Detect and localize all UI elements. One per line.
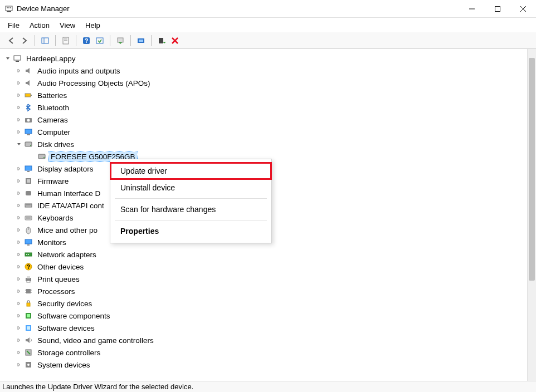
svg-point-4 — [10, 7, 11, 8]
chevron-right-icon[interactable] — [14, 250, 23, 259]
chevron-right-icon[interactable] — [14, 348, 23, 357]
menu-scan-hardware[interactable]: Scan for hardware changes — [110, 201, 271, 218]
menu-file[interactable]: File — [3, 20, 24, 31]
audio-icon — [23, 66, 33, 76]
chevron-right-icon[interactable] — [14, 177, 23, 185]
content-area: HardeepLappyAudio inputs and outputsAudi… — [0, 49, 536, 381]
tree-node[interactable]: Bluetooth — [1, 101, 527, 114]
show-hide-tree-button[interactable] — [38, 34, 52, 47]
tree-node[interactable]: Disk drives — [1, 138, 527, 150]
titlebar: Device Manager — [0, 0, 536, 18]
svg-point-50 — [26, 254, 27, 255]
tree-node[interactable]: Print queues — [1, 273, 527, 285]
menu-view[interactable]: View — [55, 20, 80, 31]
status-text: Launches the Update Driver Wizard for th… — [2, 383, 193, 391]
vertical-scrollbar[interactable] — [527, 49, 536, 381]
tree-node-label: Audio Processing Objects (APOs) — [36, 79, 152, 88]
chevron-right-icon[interactable] — [14, 238, 23, 247]
action-button[interactable] — [93, 34, 106, 47]
svg-rect-36 — [27, 171, 30, 172]
tree-node-label: HardeepLappy — [25, 54, 77, 63]
tree-node[interactable]: Security devices — [1, 297, 527, 310]
uninstall-button[interactable] — [134, 34, 148, 47]
svg-point-34 — [43, 157, 45, 158]
tree-node[interactable]: Software devices — [1, 322, 527, 334]
menu-uninstall-device[interactable]: Uninstall device — [110, 179, 271, 196]
svg-rect-23 — [14, 56, 21, 60]
svg-rect-25 — [25, 94, 31, 97]
forward-button[interactable] — [18, 34, 31, 47]
chevron-down-icon[interactable] — [14, 140, 23, 149]
svg-rect-62 — [27, 303, 30, 306]
tree-node[interactable]: Cameras — [1, 114, 527, 126]
window-controls — [459, 0, 536, 18]
chevron-right-icon[interactable] — [14, 201, 23, 210]
back-button[interactable] — [4, 34, 18, 47]
tree-node[interactable]: Audio inputs and outputs — [1, 65, 527, 77]
statusbar: Launches the Update Driver Wizard for th… — [0, 381, 536, 392]
chevron-right-icon[interactable] — [14, 311, 23, 320]
chevron-right-icon[interactable] — [14, 128, 23, 136]
tree-node[interactable]: Processors — [1, 285, 527, 297]
tree-node-label: Network adapters — [36, 250, 98, 259]
chevron-right-icon[interactable] — [14, 336, 23, 345]
chevron-right-icon[interactable] — [14, 103, 23, 112]
chevron-right-icon[interactable] — [14, 79, 23, 87]
tree-node-label: Mice and other po — [36, 226, 99, 235]
chevron-right-icon[interactable] — [14, 66, 23, 75]
tree-node-label: Human Interface D — [36, 189, 102, 198]
menu-update-driver[interactable]: Update driver — [110, 163, 271, 179]
chevron-right-icon[interactable] — [14, 360, 23, 369]
chevron-right-icon[interactable] — [14, 213, 23, 222]
maximize-button[interactable] — [485, 0, 510, 18]
tree-node-label: Processors — [36, 287, 77, 296]
tree-node-label: Security devices — [36, 299, 94, 308]
menu-help[interactable]: Help — [81, 20, 105, 31]
menu-properties[interactable]: Properties — [110, 223, 271, 239]
update-driver-button[interactable] — [114, 34, 127, 47]
tree-node[interactable]: Computer — [1, 126, 527, 138]
chevron-right-icon[interactable] — [14, 262, 23, 271]
chevron-right-icon[interactable] — [14, 287, 23, 296]
tree-node[interactable]: Storage controllers — [1, 346, 527, 359]
enable-device-button[interactable] — [155, 34, 168, 47]
chevron-right-icon[interactable] — [14, 164, 23, 173]
svg-rect-19 — [139, 40, 143, 42]
chevron-down-icon[interactable] — [3, 54, 12, 63]
svg-rect-40 — [25, 204, 32, 207]
chevron-right-icon[interactable] — [14, 299, 23, 308]
tree-node[interactable]: Sound, video and game controllers — [1, 334, 527, 346]
close-button[interactable] — [510, 0, 536, 18]
chevron-right-icon[interactable] — [14, 226, 23, 234]
chevron-right-icon[interactable] — [14, 115, 23, 124]
tree-node-label: Display adaptors — [36, 164, 95, 174]
tree-node[interactable]: ?Other devices — [1, 261, 527, 273]
tree-node[interactable]: HardeepLappy — [1, 52, 527, 65]
properties-button[interactable] — [59, 34, 72, 47]
tree-node-label: Computer — [36, 128, 72, 137]
toolbar-separator — [55, 35, 56, 46]
disk-icon — [23, 139, 33, 149]
svg-rect-9 — [42, 38, 48, 43]
minimize-button[interactable] — [459, 0, 485, 18]
help-button[interactable]: ? — [80, 34, 93, 47]
tree-node[interactable]: System devices — [1, 359, 527, 371]
computer-icon — [23, 127, 33, 137]
chevron-right-icon[interactable] — [14, 91, 23, 100]
chevron-right-icon[interactable] — [14, 275, 23, 283]
tree-node-label: Software components — [36, 311, 112, 321]
menu-action[interactable]: Action — [25, 20, 54, 31]
tree-node[interactable]: Network adapters — [1, 248, 527, 261]
svg-rect-17 — [118, 38, 123, 42]
disable-device-button[interactable] — [168, 34, 182, 47]
scrollbar-thumb[interactable] — [529, 58, 535, 281]
chevron-right-icon[interactable] — [14, 324, 23, 332]
app-icon — [4, 4, 13, 13]
tree-node[interactable]: Audio Processing Objects (APOs) — [1, 77, 527, 89]
software-comp-icon — [23, 311, 33, 321]
toolbar: ? — [0, 32, 536, 49]
chevron-right-icon[interactable] — [14, 189, 23, 198]
tree-node[interactable]: Software components — [1, 310, 527, 322]
tree-node[interactable]: Batteries — [1, 89, 527, 101]
context-menu: Update driver Uninstall device Scan for … — [110, 159, 272, 243]
